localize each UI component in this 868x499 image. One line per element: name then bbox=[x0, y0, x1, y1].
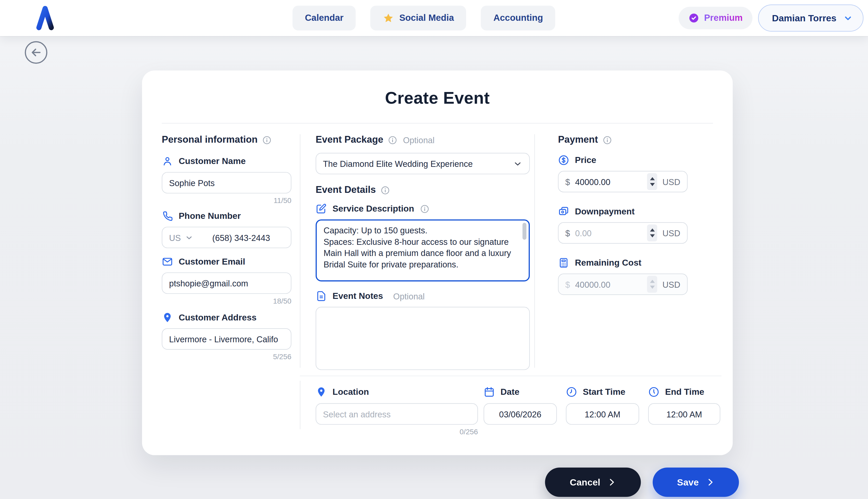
top-navbar: Calendar Social Media Accounting Premium bbox=[0, 0, 868, 36]
date-block: Date bbox=[483, 387, 557, 425]
start-time-block: Start Time bbox=[566, 387, 639, 425]
remaining-cost-label: Remaining Cost bbox=[575, 258, 642, 268]
stepper-up-icon[interactable] bbox=[650, 229, 655, 232]
cancel-button-label: Cancel bbox=[570, 477, 600, 488]
user-name: Damian Torres bbox=[772, 13, 836, 23]
chevron-down-icon[interactable] bbox=[185, 233, 193, 242]
nav-calendar-button[interactable]: Calendar bbox=[292, 6, 356, 31]
chevron-right-icon bbox=[607, 478, 616, 487]
save-button-label: Save bbox=[677, 477, 699, 488]
clock-icon bbox=[648, 387, 659, 398]
note-icon bbox=[316, 291, 327, 302]
info-icon[interactable] bbox=[603, 135, 612, 145]
service-description-textarea[interactable]: Capacity: Up to 150 guests. Spaces: Excl… bbox=[316, 219, 530, 281]
location-input[interactable] bbox=[316, 403, 478, 425]
customer-name-input[interactable] bbox=[162, 172, 291, 193]
downpayment-input[interactable] bbox=[575, 228, 642, 238]
event-notes-textarea[interactable] bbox=[316, 307, 530, 370]
remaining-cost-input bbox=[575, 279, 642, 289]
chevron-down-icon bbox=[843, 13, 853, 23]
service-description-label: Service Description bbox=[332, 204, 414, 214]
customer-address-input[interactable] bbox=[162, 328, 291, 350]
price-label: Price bbox=[575, 155, 596, 165]
downpayment-field: $ USD bbox=[558, 222, 688, 244]
price-stepper[interactable] bbox=[647, 173, 657, 190]
stepper-down-icon bbox=[650, 285, 655, 289]
price-field: $ USD bbox=[558, 171, 688, 192]
cancel-button[interactable]: Cancel bbox=[545, 467, 641, 497]
chevron-right-icon bbox=[705, 478, 715, 487]
edit-icon bbox=[316, 203, 327, 214]
event-details-title: Event Details bbox=[316, 184, 376, 196]
remaining-cost-stepper bbox=[647, 276, 657, 293]
save-button[interactable]: Save bbox=[653, 467, 739, 497]
stepper-up-icon[interactable] bbox=[650, 177, 655, 180]
location-label: Location bbox=[332, 387, 369, 397]
phone-country-select[interactable]: US bbox=[169, 233, 181, 242]
payment-title: Payment bbox=[558, 134, 598, 145]
scrollbar-thumb[interactable] bbox=[523, 223, 527, 240]
info-icon[interactable] bbox=[262, 135, 272, 145]
stepper-down-icon[interactable] bbox=[650, 234, 655, 238]
customer-name-counter: 11/50 bbox=[162, 196, 291, 205]
calendar-icon bbox=[483, 387, 495, 398]
clock-icon bbox=[566, 387, 577, 398]
column-divider-1b bbox=[300, 381, 300, 429]
map-pin-icon bbox=[162, 312, 173, 323]
remaining-cost-field: $ USD bbox=[558, 273, 688, 295]
mail-icon bbox=[162, 256, 173, 267]
phone-icon bbox=[162, 210, 173, 221]
nav-accounting-label: Accounting bbox=[493, 13, 543, 23]
event-notes-label: Event Notes bbox=[332, 291, 383, 301]
nav-social-media-label: Social Media bbox=[399, 13, 454, 23]
currency-symbol: $ bbox=[565, 228, 570, 238]
customer-email-label: Customer Email bbox=[179, 256, 245, 267]
user-menu[interactable]: Damian Torres bbox=[758, 4, 864, 32]
stepper-up-icon bbox=[650, 280, 655, 283]
phone-number-field: US bbox=[162, 227, 291, 248]
customer-email-input[interactable] bbox=[162, 272, 291, 294]
nav-calendar-label: Calendar bbox=[305, 13, 344, 23]
start-time-input[interactable] bbox=[566, 403, 639, 425]
info-icon[interactable] bbox=[388, 135, 398, 145]
currency-symbol: $ bbox=[565, 279, 570, 289]
verified-check-icon bbox=[688, 12, 700, 24]
wallet-icon bbox=[558, 206, 569, 217]
info-icon[interactable] bbox=[420, 204, 429, 214]
customer-email-counter: 18/50 bbox=[162, 296, 291, 305]
create-event-page: Calendar Social Media Accounting Premium bbox=[0, 0, 868, 499]
info-icon[interactable] bbox=[380, 185, 390, 195]
downpayment-stepper[interactable] bbox=[647, 224, 657, 241]
dollar-circle-icon bbox=[558, 155, 569, 166]
arrow-left-icon bbox=[30, 46, 42, 59]
nav-social-media-button[interactable]: Social Media bbox=[370, 6, 466, 31]
premium-badge[interactable]: Premium bbox=[679, 7, 752, 29]
end-time-input[interactable] bbox=[648, 403, 720, 425]
page-title: Create Event bbox=[142, 89, 733, 108]
customer-address-counter: 5/256 bbox=[162, 352, 291, 361]
event-package-select[interactable]: The Diamond Elite Wedding Experience bbox=[316, 153, 530, 174]
column-divider-1 bbox=[300, 134, 300, 367]
title-divider bbox=[162, 123, 713, 123]
app-logo[interactable] bbox=[35, 4, 55, 32]
date-label: Date bbox=[501, 387, 519, 397]
location-counter: 0/256 bbox=[316, 427, 478, 436]
person-icon bbox=[162, 156, 173, 167]
main-nav: Calendar Social Media Accounting bbox=[292, 6, 555, 31]
map-pin-icon bbox=[316, 387, 327, 398]
stepper-down-icon[interactable] bbox=[650, 183, 655, 186]
chevron-down-icon bbox=[513, 159, 523, 168]
customer-address-label: Customer Address bbox=[179, 313, 256, 322]
logo-lambda-icon bbox=[39, 9, 51, 28]
downpayment-label: Downpayment bbox=[575, 206, 635, 217]
column-divider-2 bbox=[534, 134, 535, 367]
price-input[interactable] bbox=[575, 177, 642, 186]
currency-code: USD bbox=[663, 279, 680, 289]
personal-information-title: Personal information bbox=[162, 134, 257, 145]
phone-number-input[interactable] bbox=[197, 233, 285, 242]
back-button[interactable] bbox=[25, 41, 47, 64]
create-event-card: Create Event Personal information Custom… bbox=[142, 71, 733, 455]
nav-accounting-button[interactable]: Accounting bbox=[481, 6, 555, 31]
end-time-label: End Time bbox=[665, 387, 704, 397]
date-input[interactable] bbox=[483, 403, 557, 425]
